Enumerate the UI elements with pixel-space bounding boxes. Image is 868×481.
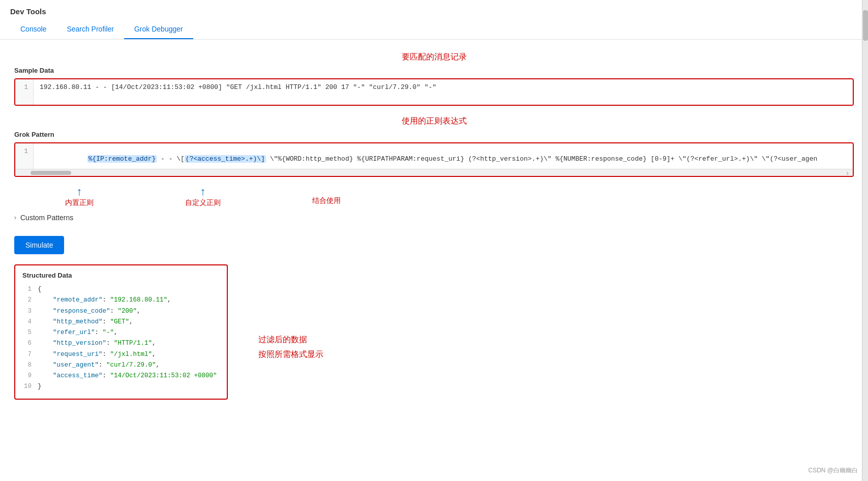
arrow-annotations-row: ↑ 内置正则 ↑ 自定义正则 结合使用 (65, 185, 854, 207)
custom-arrow: ↑ (200, 185, 206, 198)
sample-data-section: Sample Data 1 192.168.80.11 - - [14/Oct/… (14, 67, 854, 106)
tab-console[interactable]: Console (10, 21, 56, 39)
tab-bar: Console Search Profiler Grok Debugger (10, 21, 858, 39)
tab-grok-debugger[interactable]: Grok Debugger (124, 21, 193, 39)
grok-pattern-label: Grok Pattern (14, 131, 854, 138)
sample-data-editor[interactable]: 1 192.168.80.11 - - [14/Oct/2023:11:53:0… (15, 79, 853, 105)
json-line-2: 2 "remote_addr": "192.168.80.11", (15, 295, 227, 306)
title-bar: Dev Tools Console Search Profiler Grok D… (0, 0, 868, 40)
json-line-3: 3 "response_code": "200", (15, 306, 227, 317)
json-line-7: 7 "request_uri": "/jxl.html", (15, 349, 227, 360)
builtin-label: 内置正则 (65, 198, 94, 207)
sample-data-label: Sample Data (14, 67, 854, 74)
watermark: CSDN @白幽幽白 (808, 466, 858, 475)
json-line-8: 8 "user_agent": "curl/7.29.0", (15, 360, 227, 371)
main-content: 要匹配的消息记录 Sample Data 1 192.168.80.11 - -… (0, 40, 868, 481)
combined-annotation: 结合使用 (312, 185, 341, 207)
scrollbar-track[interactable] (862, 0, 868, 481)
grok-pattern-box: 1 %{IP:remote_addr} - - \[(?<access_time… (14, 142, 854, 177)
filter-annotation: 过滤后的数据 按照所需格式显示 (258, 264, 323, 400)
annotation-grok-pattern: 使用的正则表达式 (14, 116, 854, 127)
json-line-9: 9 "access_time": "14/Oct/2023:11:53:02 +… (15, 371, 227, 381)
json-line-10: 10 } (15, 381, 227, 392)
structured-data-heading: Structured Data (15, 272, 227, 284)
scrollbar-thumb (31, 171, 71, 175)
chevron-right-icon: › (14, 214, 16, 221)
json-line-5: 5 "refer_url": "-", (15, 327, 227, 338)
grok-line-numbers: 1 (15, 143, 34, 169)
json-line-6: 6 "http_version": "HTTP/1.1", (15, 338, 227, 349)
custom-annotation: ↑ 自定义正则 (185, 185, 221, 207)
builtin-annotation: ↑ 内置正则 (65, 185, 94, 207)
custom-patterns-row[interactable]: › Custom Patterns (14, 214, 854, 222)
filter-label-line2: 按照所需格式显示 (258, 347, 323, 362)
highlight-access-time: (?<access_time>.+)\] (185, 155, 266, 163)
grok-pattern-editor[interactable]: 1 %{IP:remote_addr} - - \[(?<access_time… (15, 143, 853, 169)
tab-search-profiler[interactable]: Search Profiler (56, 21, 124, 39)
scroll-right-arrow[interactable]: › (846, 169, 849, 177)
app-container: Dev Tools Console Search Profiler Grok D… (0, 0, 868, 481)
custom-patterns-label: Custom Patterns (20, 214, 73, 222)
annotation-sample-data: 要匹配的消息记录 (14, 52, 854, 63)
app-title: Dev Tools (10, 7, 858, 16)
highlight-ip: %{IP:remote_addr} (87, 155, 157, 163)
grok-pattern-section: Grok Pattern 1 %{IP:remote_addr} - - \[(… (14, 131, 854, 177)
sample-data-box: 1 192.168.80.11 - - [14/Oct/2023:11:53:0… (14, 78, 854, 106)
scrollbar-thumb-vertical (863, 10, 868, 41)
simulate-button[interactable]: Simulate (14, 236, 64, 254)
json-line-1: 1 { (15, 284, 227, 295)
structured-data-box: Structured Data 1 { 2 "remote_addr": "19… (14, 264, 228, 400)
sample-data-content[interactable]: 192.168.80.11 - - [14/Oct/2023:11:53:02 … (34, 79, 853, 105)
custom-label: 自定义正则 (185, 198, 221, 207)
combined-label: 结合使用 (312, 196, 341, 205)
filter-label-line1: 过滤后的数据 (258, 333, 323, 347)
sample-data-line-numbers: 1 (15, 79, 34, 105)
grok-scrollbar[interactable]: › (15, 169, 853, 176)
structured-data-section: Structured Data 1 { 2 "remote_addr": "19… (14, 264, 854, 400)
json-line-4: 4 "http_method": "GET", (15, 317, 227, 327)
grok-pattern-content[interactable]: %{IP:remote_addr} - - \[(?<access_time>.… (34, 143, 853, 169)
builtin-arrow: ↑ (77, 185, 82, 198)
